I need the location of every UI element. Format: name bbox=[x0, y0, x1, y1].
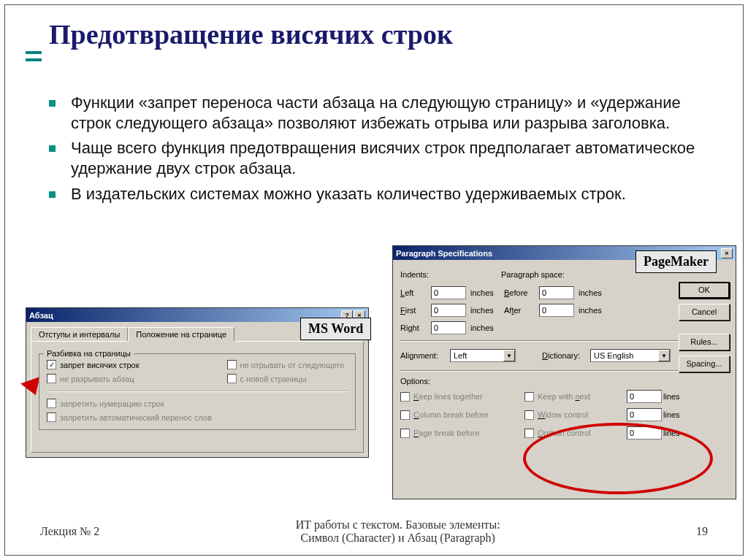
chevron-down-icon: ▼ bbox=[658, 350, 670, 361]
ok-button[interactable]: OK bbox=[679, 282, 730, 299]
footer-left: Лекция № 2 bbox=[40, 525, 99, 538]
unit: inches bbox=[579, 306, 612, 315]
label-first: First bbox=[400, 306, 431, 315]
close-icon[interactable]: × bbox=[721, 248, 733, 258]
title-block: Предотвращение висячих строк bbox=[26, 18, 453, 50]
group-title: Разбивка на страницы bbox=[44, 349, 134, 358]
alignment-select[interactable]: Left ▼ bbox=[450, 349, 516, 362]
label-before: Before bbox=[504, 288, 539, 297]
checkbox-icon: ✓ bbox=[47, 360, 56, 369]
pm-title: Paragraph Specifications bbox=[396, 249, 492, 258]
checkbox-icon bbox=[524, 410, 534, 420]
dictionary-label: Dictionary: bbox=[542, 351, 580, 360]
chevron-down-icon: ▼ bbox=[503, 350, 515, 361]
cancel-button[interactable]: Cancel bbox=[679, 304, 730, 321]
unit: inches bbox=[470, 306, 504, 315]
tab-indents[interactable]: Отступы и интервалы bbox=[31, 327, 128, 342]
bullet-list: Функции «запрет переноса части абзаца на… bbox=[49, 93, 706, 209]
chk-column-break[interactable]: Column break before bbox=[400, 410, 524, 420]
msword-label: MS Word bbox=[300, 318, 371, 340]
bullet-item: Функции «запрет переноса части абзаца на… bbox=[49, 93, 706, 134]
chk-keep-next[interactable]: не отрывать от следующего bbox=[227, 360, 344, 369]
checkbox-icon bbox=[227, 360, 237, 369]
dictionary-select[interactable]: US English ▼ bbox=[590, 349, 671, 362]
label-right: Right bbox=[400, 323, 431, 332]
checkbox-icon bbox=[227, 374, 237, 383]
bullet-item: Чаще всего функция предотвращения висячи… bbox=[49, 138, 706, 179]
chk-page-break[interactable]: Page break before bbox=[400, 429, 524, 438]
bullet-item: В издательских системах можно указать ко… bbox=[49, 184, 706, 204]
input-before[interactable]: 0 bbox=[539, 286, 574, 299]
rules-button[interactable]: Rules... bbox=[679, 334, 730, 350]
spacing-button[interactable]: Spacing... bbox=[679, 356, 730, 372]
unit-lines: lines bbox=[663, 410, 692, 419]
label-after: After bbox=[504, 306, 539, 315]
group-pagebreak: Разбивка на страницы ✓ запрет висячих ст… bbox=[39, 353, 356, 430]
input-left[interactable]: 0 bbox=[431, 286, 466, 299]
input-right[interactable]: 0 bbox=[431, 321, 466, 334]
paraspace-heading: Paragraph space: bbox=[501, 270, 565, 279]
slide-title: Предотвращение висячих строк bbox=[49, 18, 453, 50]
label-left: Left bbox=[400, 288, 431, 297]
slide-footer: Лекция № 2 ИТ работы с текстом. Базовые … bbox=[5, 518, 743, 545]
unit-lines: lines bbox=[663, 429, 692, 437]
checkbox-icon bbox=[47, 413, 56, 422]
indents-heading: Indents: bbox=[400, 270, 501, 279]
input-first[interactable]: 0 bbox=[431, 304, 466, 317]
checkbox-icon bbox=[47, 399, 56, 408]
chk-no-hyphen[interactable]: запретить автоматический перенос слов bbox=[47, 413, 348, 422]
page-number: 19 bbox=[696, 525, 708, 538]
checkbox-icon bbox=[400, 392, 410, 402]
chk-keep-with-next[interactable]: Keep with next bbox=[524, 392, 627, 402]
checkbox-icon bbox=[524, 392, 534, 402]
input-orphan-lines[interactable]: 0 bbox=[627, 426, 662, 440]
title-accent bbox=[26, 58, 42, 61]
slide-frame: Предотвращение висячих строк Функции «за… bbox=[4, 4, 744, 556]
unit: inches bbox=[470, 323, 504, 332]
input-widow-lines[interactable]: 0 bbox=[627, 408, 662, 421]
chk-keep-paragraph[interactable]: не разрывать абзац bbox=[47, 374, 140, 383]
chk-no-linenum[interactable]: запретить нумерацию строк bbox=[47, 399, 348, 408]
unit-lines: lines bbox=[663, 392, 692, 401]
checkbox-icon bbox=[400, 429, 410, 438]
unit: inches bbox=[470, 288, 504, 297]
chk-keep-together[interactable]: Keep lines together bbox=[400, 392, 524, 402]
chk-widow-control[interactable]: Widow control bbox=[524, 410, 627, 420]
checkbox-icon bbox=[47, 374, 56, 383]
pagemaker-dialog: Paragraph Specifications × OK Cancel Rul… bbox=[392, 245, 736, 499]
chk-widow-control[interactable]: ✓ запрет висячих строк bbox=[47, 360, 140, 369]
unit: inches bbox=[579, 288, 612, 297]
msword-title: Абзац bbox=[29, 311, 53, 320]
input-keepnext-lines[interactable]: 0 bbox=[627, 390, 662, 403]
tab-position[interactable]: Положение на странице bbox=[128, 327, 234, 342]
pagemaker-label: PageMaker bbox=[636, 250, 717, 273]
checkbox-icon bbox=[524, 429, 534, 438]
msword-tabpage: Разбивка на страницы ✓ запрет висячих ст… bbox=[31, 341, 364, 453]
footer-center: ИТ работы с текстом. Базовые элементы: С… bbox=[99, 518, 696, 545]
options-heading: Options: bbox=[400, 377, 730, 386]
alignment-label: Alignment: bbox=[400, 351, 444, 360]
chk-new-page[interactable]: с новой страницы bbox=[227, 374, 344, 383]
chk-orphan-control[interactable]: Orphan control bbox=[524, 429, 627, 438]
input-after[interactable]: 0 bbox=[539, 304, 574, 317]
checkbox-icon bbox=[400, 410, 410, 420]
